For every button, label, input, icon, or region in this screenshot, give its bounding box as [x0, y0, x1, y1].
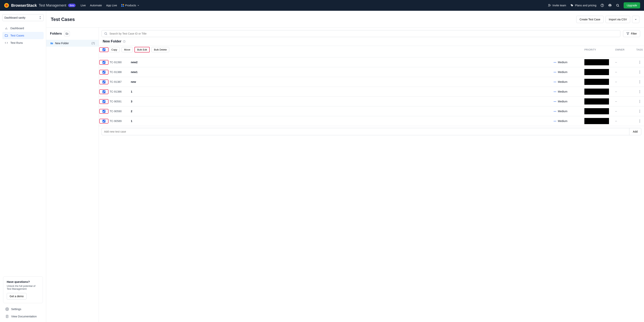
svg-point-46 [640, 122, 640, 122]
filter-button[interactable]: Filter [623, 30, 640, 37]
table-row[interactable]: TC-91390 new2 —Medium -- [99, 57, 644, 67]
table-row[interactable]: TC-91388 new1 —Medium -- [99, 67, 644, 77]
table-row[interactable]: TC-90591 3 —Medium -- [99, 97, 644, 106]
row-checkbox[interactable] [102, 61, 106, 64]
sidebar-item-docs[interactable]: View Documentation [3, 313, 43, 320]
plans-link[interactable]: Plans and pricing [570, 4, 596, 7]
test-case-title[interactable]: new2 [130, 59, 553, 65]
help-icon[interactable] [600, 4, 604, 7]
bar-chart-icon [4, 26, 8, 30]
svg-point-27 [640, 62, 640, 62]
folders-panel: Folders New Folder (7) [46, 27, 99, 322]
column-owner: OWNER [614, 46, 636, 53]
more-actions-button[interactable] [632, 16, 640, 23]
sidebar-label: Settings [11, 308, 21, 311]
nav-app-live[interactable]: App Live [106, 4, 117, 7]
priority-cell: —Medium [553, 69, 584, 75]
test-case-title[interactable]: 1 [130, 118, 553, 124]
table-row[interactable]: TC-91387 new —Medium -- [99, 77, 644, 87]
search-icon[interactable] [616, 4, 620, 7]
table-row[interactable]: TC-91386 1 —Medium -- [99, 87, 644, 97]
row-menu-button[interactable] [636, 59, 644, 65]
nav-products[interactable]: Products [121, 4, 140, 7]
folder-solid-icon [50, 42, 54, 45]
select-all-checkbox[interactable] [102, 48, 106, 51]
sidebar-label: Test Cases [10, 34, 24, 37]
create-test-case-button[interactable]: Create Test Case [576, 16, 604, 23]
svg-point-32 [640, 80, 640, 81]
owner-redacted [584, 69, 609, 75]
svg-point-41 [640, 110, 640, 110]
nav-automate[interactable]: Automate [90, 4, 102, 7]
account-icon[interactable] [608, 4, 612, 7]
row-menu-button[interactable] [636, 118, 644, 124]
row-menu-button[interactable] [636, 79, 644, 85]
test-case-title[interactable]: 1 [130, 88, 553, 95]
svg-point-35 [640, 90, 640, 91]
primary-nav: Live Automate App Live Products [80, 4, 140, 7]
row-checkbox[interactable] [102, 120, 106, 123]
search-input[interactable] [110, 32, 618, 35]
invite-team-link[interactable]: Invite team [548, 4, 566, 7]
move-button[interactable]: Move [122, 47, 133, 52]
svg-point-37 [640, 92, 640, 93]
upgrade-button[interactable]: Upgrade [624, 2, 640, 8]
import-csv-button[interactable]: Import via CSV [606, 16, 630, 23]
svg-point-20 [105, 32, 107, 35]
add-test-case-input[interactable] [102, 128, 629, 135]
beta-badge: Beta [68, 4, 76, 7]
search-input-wrap[interactable] [102, 30, 620, 37]
top-nav: BrowserStack Test Management Beta Live A… [0, 0, 644, 11]
sidebar-item-dashboard[interactable]: Dashboard [2, 25, 44, 32]
priority-cell: —Medium [553, 79, 584, 85]
bulk-delete-button[interactable]: Bulk Delete [152, 47, 169, 52]
add-folder-button[interactable] [64, 31, 70, 36]
row-menu-button[interactable] [636, 98, 644, 105]
add-test-case-button[interactable]: Add [629, 128, 641, 135]
sidebar-item-settings[interactable]: Settings [3, 306, 43, 313]
test-case-id: TC-90590 [109, 108, 130, 115]
svg-point-33 [640, 81, 640, 82]
project-select[interactable]: Dashboard sanity [2, 14, 44, 21]
test-case-title[interactable]: new [130, 79, 553, 85]
copy-button[interactable]: Copy [109, 47, 120, 52]
row-checkbox[interactable] [102, 80, 106, 83]
gear-icon [6, 308, 9, 311]
tags-cell: -- [614, 88, 636, 95]
filter-icon [626, 32, 630, 35]
sidebar-item-test-runs[interactable]: Test Runs [2, 39, 44, 46]
row-checkbox[interactable] [102, 100, 106, 103]
sidebar-item-test-cases[interactable]: Test Cases [2, 32, 44, 39]
row-checkbox[interactable] [102, 110, 106, 113]
row-menu-button[interactable] [636, 88, 644, 95]
row-checkbox[interactable] [102, 71, 106, 74]
test-case-title[interactable]: 2 [130, 108, 553, 115]
row-menu-button[interactable] [636, 69, 644, 75]
test-case-table: Copy Move Bulk Edit Bulk Delete PRIORITY… [99, 46, 644, 126]
column-priority: PRIORITY [584, 46, 614, 53]
info-icon[interactable] [123, 40, 126, 43]
table-row[interactable]: TC-90589 1 —Medium -- [99, 116, 644, 126]
column-tags: TAGS [636, 46, 644, 53]
owner-redacted [584, 108, 609, 114]
svg-point-28 [640, 63, 640, 64]
table-row[interactable]: TC-90590 2 —Medium -- [99, 106, 644, 116]
nav-live[interactable]: Live [80, 4, 86, 7]
table-header: Copy Move Bulk Edit Bulk Delete PRIORITY… [99, 46, 644, 57]
row-menu-button[interactable] [636, 108, 644, 115]
owner-redacted [584, 98, 609, 105]
row-checkbox[interactable] [102, 90, 106, 93]
bulk-edit-button[interactable]: Bulk Edit [135, 47, 150, 52]
test-case-title[interactable]: new1 [130, 69, 553, 75]
folders-heading: Folders [50, 32, 62, 35]
sidebar-label: Test Runs [10, 41, 23, 44]
svg-point-39 [640, 101, 640, 102]
bulk-action-bar: Copy Move Bulk Edit Bulk Delete [109, 46, 584, 53]
svg-point-30 [640, 72, 640, 72]
project-select-value: Dashboard sanity [4, 16, 26, 19]
document-icon [6, 315, 9, 318]
get-demo-button[interactable]: Get a demo [7, 293, 26, 300]
plans-label: Plans and pricing [575, 4, 596, 7]
test-case-title[interactable]: 3 [130, 98, 553, 105]
folder-row[interactable]: New Folder (7) [46, 40, 99, 47]
